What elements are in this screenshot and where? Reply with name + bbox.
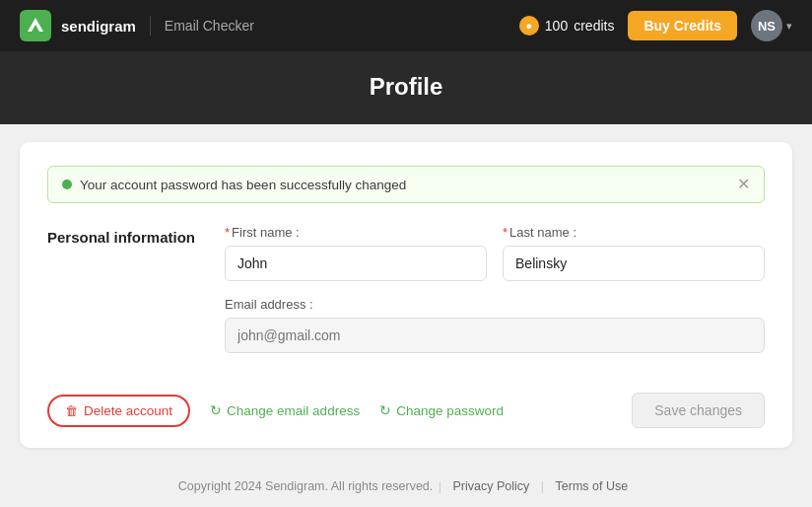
footer-left: 🗑 Delete account ↻ Change email address … bbox=[47, 395, 504, 427]
buy-credits-button[interactable]: Buy Credits bbox=[628, 11, 737, 40]
alert-dot-icon bbox=[62, 180, 72, 189]
refresh-icon: ↻ bbox=[210, 402, 222, 418]
required-marker: * bbox=[503, 225, 508, 240]
copyright-text: Copyright 2024 Sendigram. All rights res… bbox=[178, 479, 433, 493]
credits-label: credits bbox=[574, 18, 614, 34]
footer-separator: | bbox=[439, 479, 441, 493]
page-header: Profile bbox=[0, 51, 812, 124]
change-password-button[interactable]: ↻ Change password bbox=[379, 402, 504, 418]
delete-account-button[interactable]: 🗑 Delete account bbox=[47, 395, 190, 427]
main-content: Your account password has been successfu… bbox=[0, 124, 812, 466]
delete-account-label: Delete account bbox=[84, 403, 172, 418]
form-section: Personal information *First name : *Last… bbox=[47, 225, 765, 369]
first-name-group: *First name : bbox=[225, 225, 487, 281]
credits-icon: ● bbox=[519, 16, 539, 36]
change-email-label: Change email address bbox=[227, 403, 360, 418]
email-label: Email address : bbox=[225, 297, 765, 312]
trash-icon: 🗑 bbox=[65, 403, 78, 418]
name-fields-row: *First name : *Last name : bbox=[225, 225, 765, 281]
nav-divider bbox=[150, 16, 151, 36]
section-label: Email Checker bbox=[165, 18, 254, 34]
credits-badge: ● 100 credits bbox=[519, 16, 615, 36]
email-input[interactable] bbox=[225, 318, 765, 353]
privacy-policy-link[interactable]: Privacy Policy bbox=[453, 479, 530, 493]
footer-separator-2: | bbox=[541, 479, 544, 493]
terms-of-use-link[interactable]: Terms of Use bbox=[556, 479, 629, 493]
profile-card: Your account password has been successfu… bbox=[20, 142, 792, 448]
navbar-right: ● 100 credits Buy Credits NS ▾ bbox=[519, 10, 792, 41]
email-fields-row: Email address : bbox=[225, 297, 765, 353]
credits-count: 100 bbox=[545, 18, 568, 34]
save-changes-button[interactable]: Save changes bbox=[632, 393, 765, 428]
email-group: Email address : bbox=[225, 297, 765, 353]
last-name-label: *Last name : bbox=[503, 225, 765, 240]
card-footer: 🗑 Delete account ↻ Change email address … bbox=[47, 393, 765, 428]
change-email-button[interactable]: ↻ Change email address bbox=[210, 402, 360, 418]
section-label: Personal information bbox=[47, 225, 195, 246]
alert-close-button[interactable]: ✕ bbox=[737, 177, 750, 192]
page-title: Profile bbox=[0, 73, 812, 101]
avatar: NS bbox=[751, 10, 782, 41]
last-name-input[interactable] bbox=[503, 246, 765, 281]
first-name-label: *First name : bbox=[225, 225, 487, 240]
chevron-down-icon: ▾ bbox=[786, 20, 792, 33]
success-alert: Your account password has been successfu… bbox=[47, 166, 765, 203]
last-name-group: *Last name : bbox=[503, 225, 765, 281]
fields-area: *First name : *Last name : Email address… bbox=[225, 225, 765, 369]
user-menu[interactable]: NS ▾ bbox=[751, 10, 792, 41]
key-icon: ↻ bbox=[379, 402, 391, 418]
svg-rect-0 bbox=[20, 10, 51, 41]
brand-name: sendigram bbox=[61, 18, 136, 35]
first-name-input[interactable] bbox=[225, 246, 487, 281]
change-password-label: Change password bbox=[396, 403, 504, 418]
brand-logo-icon bbox=[20, 10, 51, 41]
alert-message: Your account password has been successfu… bbox=[80, 178, 729, 192]
brand: sendigram bbox=[20, 10, 136, 41]
required-marker: * bbox=[225, 225, 230, 240]
page-footer: Copyright 2024 Sendigram. All rights res… bbox=[0, 466, 812, 507]
navbar: sendigram Email Checker ● 100 credits Bu… bbox=[0, 0, 812, 51]
